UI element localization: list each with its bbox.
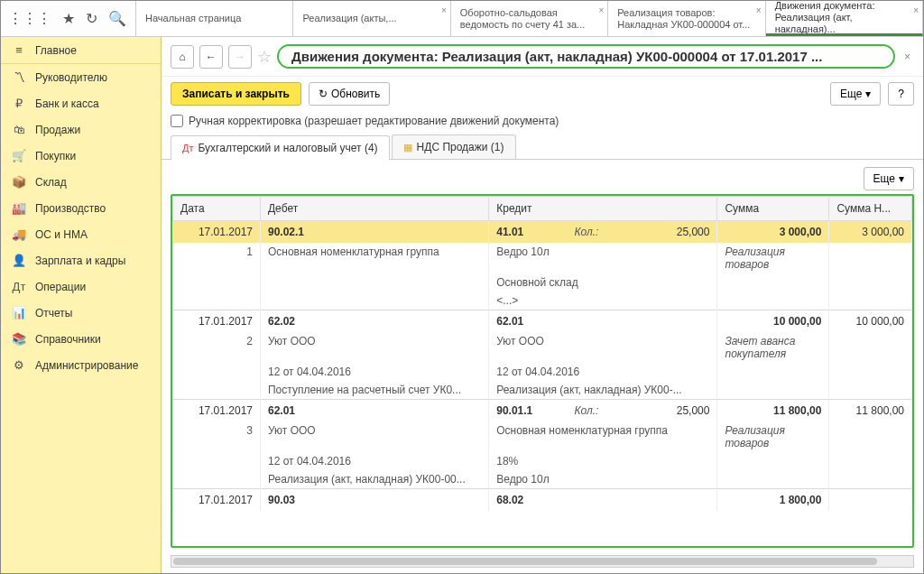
movements-table: Дата Дебет Кредит Сумма Сумма Н... 17.01… bbox=[171, 194, 914, 548]
sidebar-item-6[interactable]: 🏭Производство bbox=[1, 195, 161, 221]
table-body[interactable]: 17.01.201790.02.141.01Кол.:25,0003 000,0… bbox=[173, 221, 912, 512]
table-subrow[interactable]: 2Уют ОООУют ОООЗачет аванса покупателя bbox=[173, 332, 912, 363]
tab-osv[interactable]: Оборотно-сальдовая ведомость по счету 41… bbox=[451, 1, 608, 36]
tab-home[interactable]: Начальная страница bbox=[136, 1, 293, 36]
col-date[interactable]: Дата bbox=[173, 197, 261, 221]
help-button[interactable]: ? bbox=[888, 82, 914, 106]
tab-movements[interactable]: Движения документа: Реализация (акт, нак… bbox=[766, 1, 923, 36]
subtab-accounting[interactable]: ДтБухгалтерский и налоговый учет (4) bbox=[171, 135, 390, 160]
sidebar-icon: 〽 bbox=[12, 70, 26, 84]
sidebar-label: Производство bbox=[35, 202, 106, 215]
sidebar-icon: ₽ bbox=[12, 97, 26, 110]
star-icon[interactable]: ★ bbox=[62, 10, 75, 27]
sidebar-icon: 🛍 bbox=[12, 123, 26, 136]
sidebar-label: Покупки bbox=[35, 150, 76, 162]
sidebar-icon: 🏭 bbox=[12, 201, 26, 215]
sidebar-icon: ⚙ bbox=[12, 358, 26, 372]
sidebar-item-1[interactable]: 〽Руководителю bbox=[1, 64, 161, 90]
apps-icon[interactable]: ⋮⋮⋮ bbox=[8, 10, 51, 27]
close-icon[interactable]: × bbox=[598, 5, 604, 16]
sidebar-item-7[interactable]: 🚚ОС и НМА bbox=[1, 221, 161, 247]
close-icon[interactable]: × bbox=[756, 5, 762, 16]
sidebar-item-3[interactable]: 🛍Продажи bbox=[1, 116, 161, 143]
sidebar-item-11[interactable]: 📚Справочники bbox=[1, 326, 161, 352]
col-sumn[interactable]: Сумма Н... bbox=[829, 197, 912, 221]
sidebar-label: Операции bbox=[35, 281, 86, 293]
sidebar-item-12[interactable]: ⚙Администрирование bbox=[1, 352, 161, 378]
tab-realization[interactable]: Реализация (акты,...× bbox=[293, 1, 450, 36]
save-close-button[interactable]: Записать и закрыть bbox=[171, 82, 301, 106]
table-row[interactable]: 17.01.201790.0368.021 800,00 bbox=[173, 489, 912, 512]
sidebar-label: Отчеты bbox=[35, 307, 72, 319]
forward-button[interactable]: → bbox=[228, 45, 252, 69]
sidebar-item-8[interactable]: 👤Зарплата и кадры bbox=[1, 247, 161, 273]
close-icon[interactable]: × bbox=[913, 5, 919, 16]
more-button[interactable]: Еще▾ bbox=[830, 82, 881, 106]
table-subrow[interactable]: 1Основная номенклатурная группаВедро 10л… bbox=[173, 243, 912, 273]
sidebar-icon: 🛒 bbox=[12, 149, 26, 162]
sidebar-label: Зарплата и кадры bbox=[35, 255, 125, 267]
manual-correction-checkbox[interactable] bbox=[171, 115, 183, 127]
window-tabs: Начальная страница Реализация (акты,...×… bbox=[136, 1, 923, 36]
table-row[interactable]: 17.01.201790.02.141.01Кол.:25,0003 000,0… bbox=[173, 221, 912, 244]
sidebar-label: Справочники bbox=[35, 333, 101, 346]
close-page-icon[interactable]: × bbox=[901, 51, 914, 63]
sidebar-item-4[interactable]: 🛒Покупки bbox=[1, 143, 161, 169]
col-sum[interactable]: Сумма bbox=[717, 197, 829, 221]
sidebar-icon: 👤 bbox=[12, 254, 26, 267]
sidebar-label: ОС и НМА bbox=[35, 228, 88, 241]
table-more-button[interactable]: Еще▾ bbox=[864, 167, 914, 190]
subtab-vat-sales[interactable]: ▦НДС Продажи (1) bbox=[392, 134, 516, 159]
table-subrow[interactable]: Поступление на расчетный счет УК0...Реал… bbox=[173, 381, 912, 400]
sidebar-item-5[interactable]: 📦Склад bbox=[1, 169, 161, 195]
sidebar-icon: 📊 bbox=[12, 306, 26, 319]
sidebar-label: Продажи bbox=[35, 124, 80, 136]
sidebar-item-2[interactable]: ₽Банк и касса bbox=[1, 90, 161, 116]
sidebar-icon: 🚚 bbox=[12, 227, 26, 241]
sidebar: ≡Главное〽Руководителю₽Банк и касса🛍Прода… bbox=[1, 37, 162, 573]
chevron-down-icon: ▾ bbox=[865, 88, 871, 100]
refresh-button[interactable]: ↻Обновить bbox=[309, 82, 390, 106]
search-icon[interactable]: 🔍 bbox=[108, 10, 126, 27]
page-title: Движения документа: Реализация (акт, нак… bbox=[277, 44, 895, 69]
tab-nakladnaya[interactable]: Реализация товаров: Накладная УК00-00000… bbox=[608, 1, 765, 36]
table-subrow[interactable]: 12 от 04.04.201612 от 04.04.2016 bbox=[173, 363, 912, 381]
sidebar-icon: 📚 bbox=[12, 332, 26, 346]
col-credit[interactable]: Кредит bbox=[489, 197, 717, 221]
favorite-star-icon[interactable]: ☆ bbox=[257, 47, 272, 67]
chevron-down-icon: ▾ bbox=[899, 172, 904, 185]
table-subrow[interactable]: Реализация (акт, накладная) УК00-00...Ве… bbox=[173, 470, 912, 489]
sidebar-label: Склад bbox=[35, 176, 67, 189]
sidebar-item-0[interactable]: ≡Главное bbox=[1, 37, 161, 64]
table-row[interactable]: 17.01.201762.0190.01.1Кол.:25,00011 800,… bbox=[173, 400, 912, 422]
sidebar-icon: Дт bbox=[12, 280, 26, 293]
sidebar-label: Главное bbox=[35, 44, 77, 57]
sidebar-item-9[interactable]: ДтОперации bbox=[1, 273, 161, 300]
sidebar-item-10[interactable]: 📊Отчеты bbox=[1, 300, 161, 326]
sidebar-icon: ≡ bbox=[12, 43, 26, 57]
col-debit[interactable]: Дебет bbox=[260, 197, 488, 221]
sidebar-label: Банк и касса bbox=[35, 97, 99, 110]
refresh-icon: ↻ bbox=[319, 88, 328, 100]
history-icon[interactable]: ↻ bbox=[86, 10, 97, 27]
table-subrow[interactable]: 12 от 04.04.201618% bbox=[173, 452, 912, 470]
home-button[interactable]: ⌂ bbox=[171, 45, 194, 69]
table-subrow[interactable]: Основной склад bbox=[173, 273, 912, 292]
close-icon[interactable]: × bbox=[441, 5, 447, 16]
sidebar-label: Администрирование bbox=[35, 359, 138, 372]
table-subrow[interactable]: <...> bbox=[173, 292, 912, 310]
table-subrow[interactable]: 3Уют ООООсновная номенклатурная группаРе… bbox=[173, 421, 912, 452]
sidebar-label: Руководителю bbox=[35, 71, 107, 84]
horizontal-scrollbar[interactable] bbox=[171, 555, 914, 568]
back-button[interactable]: ← bbox=[199, 45, 223, 69]
manual-correction-label: Ручная корректировка (разрешает редактир… bbox=[189, 115, 559, 127]
sidebar-icon: 📦 bbox=[12, 175, 26, 189]
table-row[interactable]: 17.01.201762.0262.0110 000,0010 000,00 bbox=[173, 310, 912, 333]
